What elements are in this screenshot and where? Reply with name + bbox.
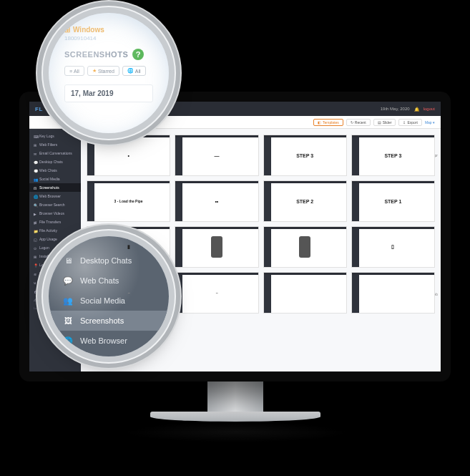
sidebar-item-filetransfers[interactable]: ⇄File Transfers: [29, 218, 81, 226]
monitor-stand-base: [150, 412, 320, 422]
screenshot-thumb[interactable]: STEP 3: [263, 135, 347, 176]
menu-desktop-chats[interactable]: 🖥 Desktop Chats: [49, 251, 169, 271]
screenshot-thumb[interactable]: ••: [175, 180, 258, 222]
screenshot-thumb[interactable]: [263, 226, 347, 268]
magnifier-top: ⊞ Windows 1800910414 SCREENSHOTS ? ≡All …: [49, 13, 169, 133]
screenshot-thumb[interactable]: •: [87, 135, 170, 176]
sidebar-item-appusage[interactable]: ◱App Usage: [29, 235, 81, 243]
filter-row: ≡All ★Starred 🌐All: [64, 66, 153, 76]
device-label: ⊞ Windows: [64, 26, 153, 34]
sidebar-item-socialmedia[interactable]: 👥Social Media: [29, 175, 81, 183]
sidebar-item-webfilters[interactable]: ⊞Web Filters: [29, 140, 81, 149]
slider-button[interactable]: ▤Slider: [373, 119, 396, 126]
menu-social-media[interactable]: 👥 Social Media: [49, 291, 169, 311]
filter-global-button[interactable]: 🌐All: [122, 66, 146, 76]
windows-icon: ⊞: [64, 26, 70, 34]
screenshot-thumb[interactable]: STEP 3: [351, 135, 435, 176]
recent-button[interactable]: ↻Recent: [346, 119, 371, 126]
bell-icon[interactable]: 🔔: [414, 107, 419, 112]
screenshot-thumb[interactable]: STEP 2: [263, 180, 347, 222]
monitor-stand-neck: [207, 379, 263, 415]
monitor-shadow: [122, 421, 351, 442]
screenshot-thumb[interactable]: ▯: [351, 226, 435, 268]
sidebar-item-webbrowser[interactable]: 🌐Web Browser: [29, 192, 81, 200]
sidebar-item-keylogs[interactable]: ⌨Key Logs: [29, 132, 81, 140]
screenshot-thumb[interactable]: [351, 272, 435, 314]
screenshot-thumb[interactable]: 3 - Load the Pipe: [87, 180, 170, 222]
screenshot-thumb[interactable]: [263, 272, 347, 314]
filter-starred-button[interactable]: ★Starred: [87, 66, 119, 76]
screenshot-thumb[interactable]: [175, 226, 258, 268]
sidebar-item-webchats[interactable]: 💭Web Chats: [29, 166, 81, 175]
topbar-date: 19th May, 2020: [381, 107, 410, 111]
menu-web-chats[interactable]: 💬 Web Chats: [49, 271, 169, 291]
magnifier-bottom-content: 🖥 Desktop Chats 💬 Web Chats 👥 Social Med…: [49, 236, 169, 356]
desktop-icon: 🖥: [63, 256, 73, 266]
magnifier-bottom: 🖥 Desktop Chats 💬 Web Chats 👥 Social Med…: [49, 236, 169, 356]
device-code: 1800910414: [64, 35, 153, 42]
templates-button[interactable]: ◧Templates: [313, 119, 343, 126]
sidebar-item-screenshots[interactable]: ⊡Screenshots: [29, 183, 81, 192]
sidebar-item-fileactivity[interactable]: 📁File Activity: [29, 226, 81, 235]
app-logo: FL: [35, 106, 43, 112]
social-icon: 👥: [63, 296, 73, 306]
screenshot-icon: 🖼: [63, 316, 73, 326]
logout-link[interactable]: logout: [424, 107, 435, 111]
export-button[interactable]: ⇩Export: [398, 119, 421, 126]
sidebar-item-desktopchats[interactable]: 💬Desktop Chats: [29, 157, 81, 166]
chat-icon: 💬: [63, 276, 73, 286]
screenshot-thumb[interactable]: ━: [175, 272, 258, 314]
help-icon[interactable]: ?: [132, 49, 144, 60]
sidebar-item-browsersearch[interactable]: 🔍Browser Search: [29, 200, 81, 209]
screenshot-thumb[interactable]: —: [175, 135, 258, 176]
menu-screenshots[interactable]: 🖼 Screenshots: [49, 311, 169, 331]
screenshot-thumb[interactable]: STEP 1: [351, 180, 435, 222]
filter-all-button[interactable]: ≡All: [64, 66, 84, 76]
sidebar-item-browservideos[interactable]: ▶Browser Videos: [29, 209, 81, 218]
section-title: SCREENSHOTS ?: [64, 49, 153, 60]
date-card[interactable]: 17, Mar 2019: [64, 84, 153, 102]
search-link[interactable]: Map ▾: [425, 120, 435, 125]
sidebar-item-email[interactable]: ✉Email Conversations: [29, 149, 81, 157]
topbar-right: 19th May, 2020 🔔 logout: [381, 107, 435, 112]
magnifier-top-content: ⊞ Windows 1800910414 SCREENSHOTS ? ≡All …: [49, 13, 169, 115]
